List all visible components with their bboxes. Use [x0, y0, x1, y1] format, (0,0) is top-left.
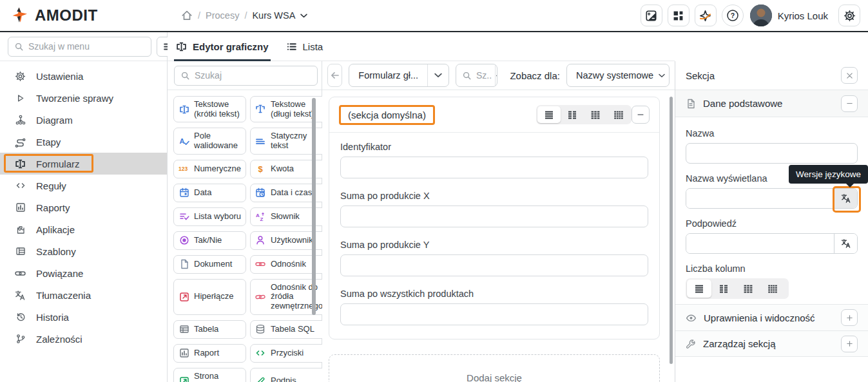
translate-icon [841, 238, 851, 249]
hint-input[interactable] [686, 234, 834, 253]
section-title[interactable]: (sekcja domyślna) [339, 105, 435, 125]
palette-item-numeryczne[interactable]: 123Numeryczne [173, 160, 246, 178]
hint-group [686, 233, 858, 254]
tab-edytor-graficzny[interactable]: Edytor graficzny [176, 32, 269, 61]
sidebar-item-diagram[interactable]: Diagram [0, 109, 167, 131]
name-label: Nazwa [686, 128, 858, 138]
collapse-group-button[interactable] [841, 95, 858, 112]
menu-search-input[interactable] [8, 37, 151, 57]
form-section-card: (sekcja domyślna) Identyfikator Suma po … [329, 97, 660, 339]
search-settings-gear-icon[interactable] [495, 64, 497, 86]
chevron-down-icon[interactable] [427, 64, 448, 86]
menu-search-field[interactable] [28, 41, 145, 52]
sidebar-item-etapy[interactable]: Etapy [0, 131, 167, 153]
sidebar-item-tlumaczenia[interactable]: Tłumaczenia [0, 284, 167, 306]
palette-item-odnosnik-zrodlo-zewnetrzne[interactable]: Odnośnik do źródła zewnętrznego [250, 279, 328, 315]
sidebar-item-aplikacje[interactable]: Aplikacje [0, 218, 167, 240]
sidebar-item-ustawienia[interactable]: Ustawienia [0, 65, 167, 87]
sidebar-item-szablony[interactable]: Szablony [0, 240, 167, 262]
palette-item-raport[interactable]: Raport [173, 344, 246, 363]
settings-gear-button[interactable] [838, 5, 860, 26]
group-zarzadzaj-sekcja[interactable]: Zarządzaj sekcją [675, 330, 868, 357]
group-dane-podstawowe[interactable]: Dane podstawowe [675, 90, 868, 117]
display-name-translate-button[interactable] [834, 189, 857, 208]
form-field-icon [14, 158, 26, 169]
dashboard-grid-button[interactable] [668, 5, 690, 26]
svg-text:?: ? [730, 12, 734, 19]
canvas-search-field[interactable] [472, 70, 495, 81]
field-input-suma-y[interactable] [340, 254, 648, 276]
back-button[interactable] [327, 64, 342, 87]
display-name-input[interactable] [686, 189, 834, 208]
palette-item-tabela[interactable]: Tabela [173, 320, 246, 339]
close-inspector-button[interactable] [841, 67, 858, 84]
palette-item-odnosnik[interactable]: Odnośnik [250, 255, 328, 274]
columns-3-icon[interactable] [736, 280, 760, 298]
palette-item-lista-wyboru[interactable]: Lista wyboru [173, 207, 246, 226]
search-icon [456, 71, 472, 81]
columns-4-icon[interactable] [607, 106, 630, 123]
home-icon[interactable] [181, 10, 193, 21]
columns-3-icon[interactable] [584, 106, 607, 123]
sidebar-item-zaleznosci[interactable]: Zależności [0, 328, 167, 350]
view-for-value: Nazwy systemowe [567, 70, 656, 81]
columns-2-icon[interactable] [561, 106, 584, 123]
palette-item-statyczny-tekst[interactable]: Statyczny tekst [250, 128, 328, 154]
amodit-logo[interactable]: AMODIT [0, 6, 98, 25]
inspector-title: Sekcja [686, 70, 715, 81]
field-input-identyfikator[interactable] [340, 157, 648, 178]
ai-sparkle-button[interactable] [695, 5, 717, 26]
sidebar-item-historia[interactable]: Historia [0, 306, 167, 328]
field-input-suma-wszystkie[interactable] [340, 303, 648, 325]
canvas-scrollbar[interactable] [670, 97, 673, 364]
expand-group-button[interactable] [841, 336, 858, 352]
user-menu[interactable]: Kyrios Louk [750, 5, 828, 26]
view-for-select[interactable]: Nazwy systemowe [566, 64, 670, 87]
add-section-button[interactable]: Dodaj sekcję [329, 354, 660, 382]
sidebar-item-tworzenie-sprawy[interactable]: Tworzenie sprawy [0, 87, 167, 109]
expand-group-button[interactable] [841, 309, 858, 326]
palette-item-strona-zewnetrzna[interactable]: Strona zewnętrzna [173, 368, 246, 382]
collapse-section-button[interactable] [632, 106, 650, 124]
hint-translate-button[interactable] [834, 234, 857, 253]
palette-item-podpis[interactable]: Podpis [250, 368, 328, 382]
help-button[interactable]: ? [722, 5, 744, 26]
palette-item-dokument[interactable]: Dokument [173, 255, 246, 274]
wrench-icon [686, 339, 696, 349]
document-icon [178, 259, 189, 269]
columns-1-icon[interactable] [537, 106, 561, 123]
signature-pen-icon [255, 376, 266, 382]
name-input[interactable] [686, 143, 858, 164]
sidebar-item-raporty[interactable]: Raporty [0, 196, 167, 218]
palette-item-przyciski[interactable]: Przyciski [250, 344, 328, 363]
breadcrumb-item-current[interactable]: Kurs WSA [252, 10, 295, 21]
palette-item-tekstowe-dlugi[interactable]: Tekstowe (długi tekst) [250, 96, 328, 122]
palette-search-input[interactable] [174, 66, 318, 86]
breadcrumb-chevron-down-icon[interactable] [300, 14, 307, 18]
palette-search-field[interactable] [195, 70, 311, 81]
field-input-suma-x[interactable] [340, 205, 648, 227]
group-uprawnienia-widocznosc[interactable]: Uprawnienia i widoczność [675, 304, 868, 330]
sidebar-item-reguly[interactable]: Reguły [0, 175, 167, 196]
palette-item-tak-nie[interactable]: Tak/Nie [173, 231, 246, 250]
sidebar-item-formularz[interactable]: Formularz [0, 153, 167, 175]
breadcrumb-item-procesy[interactable]: Procesy [206, 10, 239, 21]
sidebar-item-powiazane[interactable]: Powiązane [0, 262, 167, 284]
palette-item-data-i-czas[interactable]: Data i czas [250, 184, 328, 202]
palette-item-tekstowe-krotki[interactable]: Tekstowe (krótki tekst) [173, 96, 246, 122]
palette-scrollbar[interactable] [312, 98, 316, 315]
palette-item-kwota[interactable]: $Kwota [250, 160, 328, 178]
contrast-toggle-button[interactable] [641, 5, 662, 26]
columns-1-icon[interactable] [687, 280, 711, 298]
palette-item-uzytkownik[interactable]: Użytkownik [250, 231, 328, 250]
palette-item-hiperlacze[interactable]: Hiperłącze [173, 279, 246, 315]
palette-item-data[interactable]: Data [173, 184, 246, 202]
palette-grid: Tekstowe (krótki tekst) Tekstowe (długi … [168, 90, 322, 382]
columns-4-icon[interactable] [760, 280, 785, 298]
palette-item-slownik[interactable]: AZSłownik [250, 207, 328, 226]
tab-lista[interactable]: Lista [286, 32, 323, 61]
palette-item-pole-walidowane[interactable]: APole walidowane [173, 128, 246, 154]
palette-item-tabela-sql[interactable]: Tabela SQL [250, 320, 328, 339]
form-select[interactable]: Formularz gł... [349, 64, 449, 87]
columns-2-icon[interactable] [711, 280, 736, 298]
